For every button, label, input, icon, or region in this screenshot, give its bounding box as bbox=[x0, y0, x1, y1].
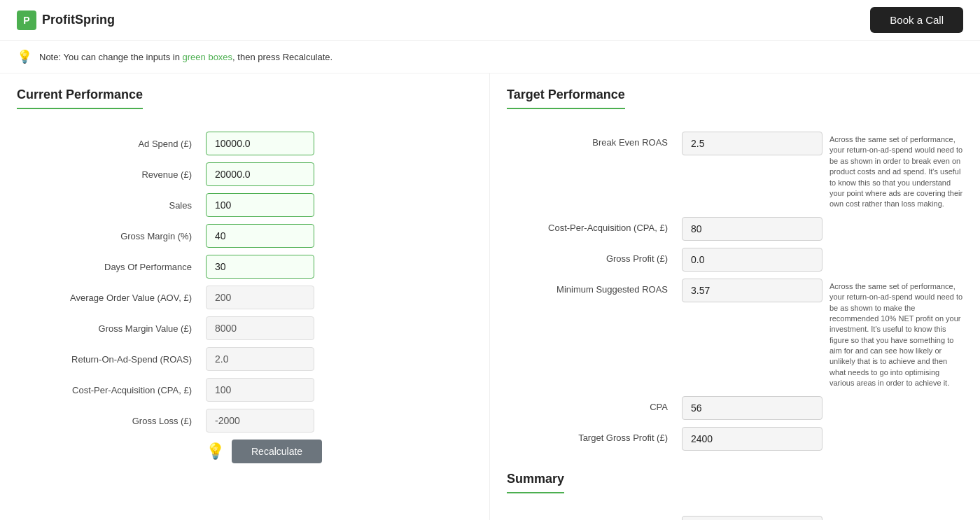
target-field-label: Break Even ROAS bbox=[507, 132, 675, 148]
current-field-row: Return-On-Ad-Spend (ROAS) bbox=[17, 347, 472, 371]
current-field-row: Days Of Performance bbox=[17, 255, 472, 279]
current-field-row: Ad Spend (£) bbox=[17, 132, 472, 155]
current-performance-panel: Current Performance Ad Spend (£)Revenue … bbox=[0, 73, 490, 520]
current-performance-header: Current Performance bbox=[17, 87, 472, 120]
current-field-label: Gross Loss (£) bbox=[17, 416, 199, 426]
target-field-label: CPA bbox=[507, 396, 675, 412]
target-field-input bbox=[682, 427, 822, 451]
target-field-label: Minimum Suggested ROAS bbox=[507, 279, 675, 295]
tooltip-text: Across the same set of performance, your… bbox=[830, 279, 963, 389]
current-field-input bbox=[206, 409, 314, 433]
current-field-row: Cost-Per-Acquisition (CPA, £) bbox=[17, 378, 472, 402]
current-field-row: Sales bbox=[17, 193, 472, 217]
target-performance-section: Target Performance Break Even ROASAcross… bbox=[507, 87, 963, 451]
current-field-label: Average Order Value (AOV, £) bbox=[17, 293, 199, 303]
current-fields: Ad Spend (£)Revenue (£)SalesGross Margin… bbox=[17, 132, 472, 433]
target-fields: Break Even ROASAcross the same set of pe… bbox=[507, 132, 963, 451]
main-grid: Current Performance Ad Spend (£)Revenue … bbox=[0, 73, 980, 520]
current-field-input bbox=[206, 316, 314, 340]
right-panel: Target Performance Break Even ROASAcross… bbox=[490, 73, 980, 520]
current-field-input[interactable] bbox=[206, 193, 314, 217]
target-field-row: CPA bbox=[507, 396, 963, 420]
target-field-label: Gross Profit (£) bbox=[507, 248, 675, 264]
target-field-label: Cost-Per-Acquisition (CPA, £) bbox=[507, 217, 675, 233]
summary-tooltip-text: This is the profit you make per sale inc… bbox=[830, 516, 963, 520]
bulb-icon: 💡 bbox=[206, 442, 225, 461]
note-text: Note: You can change the inputs in green… bbox=[39, 52, 332, 62]
summary-field-input bbox=[682, 516, 822, 520]
summary-field-label: Gross Margin Value Per Sale (£) bbox=[507, 516, 675, 520]
current-field-input bbox=[206, 378, 314, 402]
target-field-row: Minimum Suggested ROASAcross the same se… bbox=[507, 279, 963, 389]
current-field-label: Sales bbox=[17, 200, 199, 211]
summary-section: Summary Gross Margin Value Per Sale (£)T… bbox=[507, 472, 963, 520]
current-field-label: Days Of Performance bbox=[17, 262, 199, 272]
note-bar: 💡 Note: You can change the inputs in gre… bbox=[0, 41, 980, 73]
current-field-label: Ad Spend (£) bbox=[17, 139, 199, 149]
note-icon: 💡 bbox=[17, 49, 32, 64]
current-field-row: Gross Margin Value (£) bbox=[17, 316, 472, 340]
recalculate-row: 💡 Recalculate bbox=[206, 440, 472, 463]
summary-title: Summary bbox=[507, 472, 564, 493]
current-field-input[interactable] bbox=[206, 162, 314, 186]
note-green-text: green boxes bbox=[183, 52, 233, 62]
target-field-label: Target Gross Profit (£) bbox=[507, 427, 675, 443]
current-field-label: Gross Margin Value (£) bbox=[17, 323, 199, 334]
current-field-label: Return-On-Ad-Spend (ROAS) bbox=[17, 354, 199, 365]
target-field-row: Target Gross Profit (£) bbox=[507, 427, 963, 451]
tooltip-text: Across the same set of performance, your… bbox=[830, 132, 963, 210]
current-field-input bbox=[206, 286, 314, 309]
book-call-button[interactable]: Book a Call bbox=[870, 7, 963, 33]
current-field-input[interactable] bbox=[206, 255, 314, 279]
current-field-label: Revenue (£) bbox=[17, 169, 199, 180]
current-field-row: Gross Margin (%) bbox=[17, 224, 472, 248]
current-field-label: Cost-Per-Acquisition (CPA, £) bbox=[17, 385, 199, 395]
current-field-input[interactable] bbox=[206, 224, 314, 248]
current-performance-title: Current Performance bbox=[17, 87, 143, 109]
summary-field-row: Gross Margin Value Per Sale (£)This is t… bbox=[507, 516, 963, 520]
target-field-input bbox=[682, 217, 822, 241]
logo-icon: P bbox=[17, 10, 36, 30]
current-field-row: Gross Loss (£) bbox=[17, 409, 472, 433]
current-field-row: Revenue (£) bbox=[17, 162, 472, 186]
summary-fields: Gross Margin Value Per Sale (£)This is t… bbox=[507, 516, 963, 520]
current-field-input bbox=[206, 347, 314, 371]
target-performance-header: Target Performance bbox=[507, 87, 963, 120]
summary-header: Summary bbox=[507, 472, 963, 505]
target-field-row: Gross Profit (£) bbox=[507, 248, 963, 272]
current-field-row: Average Order Value (AOV, £) bbox=[17, 286, 472, 309]
current-field-label: Gross Margin (%) bbox=[17, 231, 199, 241]
target-field-input bbox=[682, 132, 822, 155]
target-field-input bbox=[682, 279, 822, 302]
current-field-input[interactable] bbox=[206, 132, 314, 155]
target-field-row: Cost-Per-Acquisition (CPA, £) bbox=[507, 217, 963, 241]
recalculate-button[interactable]: Recalculate bbox=[232, 440, 322, 463]
target-performance-title: Target Performance bbox=[507, 87, 625, 109]
header: P ProfitSpring Book a Call bbox=[0, 0, 980, 41]
target-field-input bbox=[682, 396, 822, 420]
target-field-input bbox=[682, 248, 822, 272]
logo-text: ProfitSpring bbox=[42, 13, 115, 27]
logo: P ProfitSpring bbox=[17, 10, 115, 30]
target-field-row: Break Even ROASAcross the same set of pe… bbox=[507, 132, 963, 210]
